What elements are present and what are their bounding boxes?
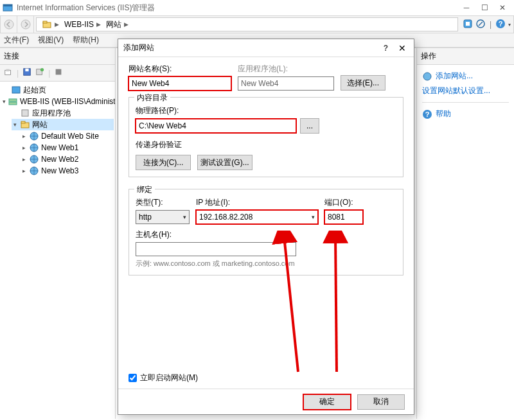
svg-rect-18 — [9, 102, 17, 105]
tree-startpage[interactable]: 起始页 — [3, 84, 114, 96]
close-button[interactable]: ✕ — [493, 1, 511, 15]
action-add-site[interactable]: 添加网站... — [422, 69, 509, 83]
tree-apppools[interactable]: 应用程序池 — [12, 107, 114, 119]
hostname-label: 主机名(H): — [136, 229, 296, 240]
minimize-button[interactable]: ─ — [457, 1, 475, 15]
chevron-right-icon: ▶ — [96, 21, 101, 28]
svg-point-3 — [21, 20, 30, 29]
browse-button[interactable]: ... — [300, 118, 319, 134]
passthrough-label: 传递身份验证 — [136, 139, 396, 150]
chevron-down-icon: ▾ — [183, 214, 186, 220]
chevron-down-icon: ▾ — [312, 214, 315, 220]
start-immediately-checkbox[interactable] — [128, 374, 137, 382]
connections-toolbar: | | — [0, 65, 115, 82]
svg-rect-17 — [9, 99, 17, 101]
dialog-help-button[interactable]: ? — [384, 44, 388, 53]
ok-button[interactable]: 确定 — [303, 394, 351, 410]
apppool-label: 应用程序池(L): — [238, 64, 334, 74]
save-icon[interactable] — [22, 67, 31, 78]
sitename-input[interactable] — [128, 76, 231, 91]
dialog-title: 添加网站 — [123, 42, 154, 53]
type-label: 类型(T): — [136, 197, 190, 208]
binding-group: 绑定 类型(T): http▾ IP 地址(I): 192.168.82.208… — [128, 189, 403, 276]
physpath-label: 物理路径(P): — [136, 105, 396, 116]
stop-icon[interactable] — [475, 19, 486, 31]
help-icon[interactable]: ? — [495, 19, 506, 31]
nav-back-button[interactable] — [1, 16, 17, 33]
globe-icon — [29, 154, 39, 164]
ip-select[interactable]: 192.168.82.208▾ — [196, 210, 318, 224]
hostname-hint: 示例: www.contoso.com 或 marketing.contoso.… — [136, 259, 396, 268]
nav-forward-button[interactable] — [17, 16, 34, 33]
chevron-right-icon: ▶ — [124, 21, 128, 28]
svg-rect-14 — [40, 68, 44, 71]
window-title: Internet Information Services (IIS)管理器 — [17, 3, 155, 13]
svg-rect-19 — [22, 110, 28, 116]
actions-panel: 操作 添加网站... 设置网站默认设置... ? 帮助 — [416, 48, 514, 419]
connect-icon[interactable] — [4, 67, 13, 78]
add-website-dialog: 添加网站 ? ✕ 网站名称(S): 应用程序池(L): 选择(E)... 内容目… — [118, 39, 414, 415]
app-icon — [3, 3, 13, 13]
svg-rect-12 — [26, 69, 29, 71]
cancel-button[interactable]: 取消 — [357, 394, 405, 410]
ip-label: IP 地址(I): — [196, 197, 318, 208]
add-icon[interactable] — [35, 67, 44, 78]
svg-point-26 — [423, 73, 431, 80]
connections-panel: 连接 | | 起始页 ▾ — [0, 48, 116, 419]
actions-title: 操作 — [417, 48, 514, 65]
apppool-input — [238, 76, 334, 91]
maximize-button[interactable]: ☐ — [475, 1, 493, 15]
menu-help[interactable]: 帮助(H) — [73, 35, 99, 46]
globe-icon — [29, 131, 39, 141]
breadcrumb[interactable]: ▶ WEB-IIS ▶ 网站 ▶ — [36, 17, 458, 31]
tree-site-3[interactable]: ▸New Web3 — [21, 165, 114, 177]
sitename-label: 网站名称(S): — [128, 64, 231, 74]
svg-rect-5 — [43, 21, 47, 23]
tree-site-1[interactable]: ▸New Web1 — [21, 142, 114, 153]
connections-title: 连接 — [0, 48, 115, 65]
content-directory-group: 内容目录 物理路径(P): ... 传递身份验证 连接为(C)... 测试设置(… — [128, 97, 403, 177]
menu-file[interactable]: 文件(F) — [4, 35, 29, 46]
tree-sites[interactable]: ▾ 网站 — [12, 119, 114, 130]
globe-icon — [29, 166, 39, 176]
delete-icon[interactable] — [54, 67, 63, 78]
globe-icon — [29, 143, 39, 153]
svg-rect-21 — [21, 121, 25, 123]
start-immediately-row[interactable]: 立即启动网站(M) — [128, 372, 198, 383]
refresh-icon[interactable] — [463, 19, 473, 31]
svg-rect-1 — [3, 4, 12, 6]
port-input[interactable] — [324, 210, 363, 224]
svg-text:?: ? — [425, 110, 430, 118]
breadcrumb-server[interactable]: WEB-IIS ▶ — [62, 20, 103, 29]
type-select[interactable]: http▾ — [136, 210, 190, 224]
svg-rect-15 — [56, 69, 62, 75]
connections-tree[interactable]: 起始页 ▾ WEB-IIS (WEB-IIS\Administrator) — [0, 82, 115, 179]
physpath-input[interactable] — [136, 119, 296, 133]
action-set-default[interactable]: 设置网站默认设置... — [422, 83, 509, 98]
svg-text:?: ? — [499, 20, 503, 28]
tree-server[interactable]: ▾ WEB-IIS (WEB-IIS\Administrator) — [3, 96, 114, 107]
tree-site-default[interactable]: ▸Default Web Site — [21, 130, 114, 142]
action-help[interactable]: ? 帮助 — [422, 107, 509, 121]
breadcrumb-sites[interactable]: 网站 ▶ — [103, 19, 131, 30]
menu-view[interactable]: 视图(V) — [38, 35, 64, 46]
chevron-right-icon: ▶ — [55, 21, 59, 28]
select-apppool-button[interactable]: 选择(E)... — [341, 75, 386, 91]
svg-rect-16 — [12, 87, 20, 93]
tree-site-2[interactable]: ▸New Web2 — [21, 153, 114, 165]
hostname-input[interactable] — [136, 242, 296, 256]
window-controls: ─ ☐ ✕ — [457, 1, 511, 15]
dialog-close-button[interactable]: ✕ — [396, 43, 409, 53]
navbar: ▶ WEB-IIS ▶ 网站 ▶ | ? ▾ — [0, 15, 514, 33]
testsettings-button[interactable]: 测试设置(G)... — [197, 155, 253, 170]
svg-point-2 — [4, 20, 13, 29]
port-label: 端口(O): — [324, 197, 363, 208]
window-titlebar: Internet Information Services (IIS)管理器 ─… — [0, 0, 514, 15]
connectas-button[interactable]: 连接为(C)... — [136, 155, 191, 170]
